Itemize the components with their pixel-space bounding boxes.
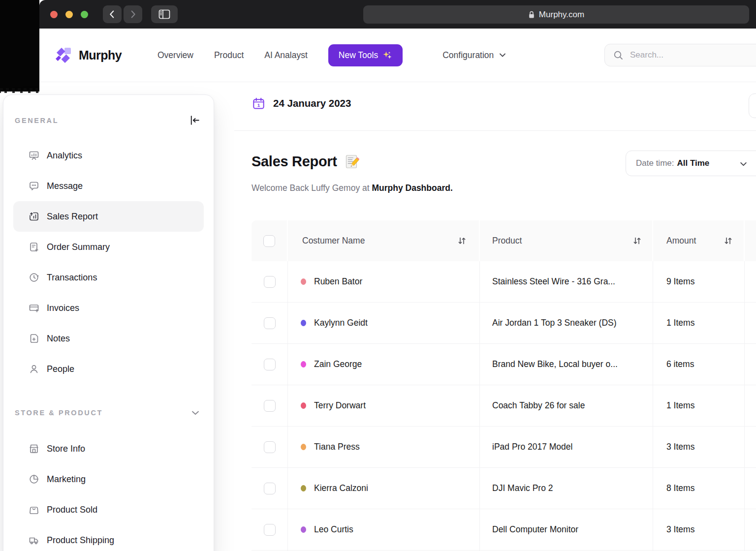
browser-back-button[interactable] [103,5,122,23]
column-header-amount[interactable]: Amount [653,220,745,261]
new-tools-button[interactable]: New Tools [328,44,403,66]
product-cell: Air Jordan 1 Top 3 Sneaker (DS) [480,303,653,343]
row-checkbox[interactable] [264,524,276,536]
sidebar-item-people[interactable]: People [13,354,204,384]
table-row[interactable]: Terry Dorwart Coach Tabby 26 for sale 1 … [252,385,756,427]
sidebar-item-invoices[interactable]: Invoices [13,293,204,323]
table-row[interactable]: Ruben Bator Stainless Steel Wire - 316 G… [252,261,756,303]
app-sidebar: GENERAL Analytics Message [3,94,214,551]
search-box[interactable] [604,44,756,66]
chevron-down-icon [498,51,507,60]
customer-cell: Tiana Press [288,427,480,467]
configuration-menu[interactable]: Configuration [442,50,507,61]
notes-icon [28,333,40,344]
clipped-action-button[interactable] [749,93,756,118]
amount-value: 3 Items [666,524,694,535]
close-window-button[interactable] [50,11,58,18]
customer-cell: Leo Curtis [288,509,480,550]
table-row[interactable]: Zain George Brand New Bike, Local buyer … [252,344,756,385]
nav-product[interactable]: Product [214,50,244,61]
row-checkbox[interactable] [264,359,276,370]
message-icon [28,180,40,192]
product-name: iPad Pro 2017 Model [492,442,572,452]
minimize-window-button[interactable] [65,11,73,18]
row-checkbox[interactable] [264,441,276,453]
memo-icon [344,154,359,169]
customer-color-dot [301,485,306,491]
browser-address-bar[interactable]: Murphy.com [363,5,749,24]
current-date: 24 January 2023 [273,97,351,109]
column-header-product[interactable]: Product [480,220,653,261]
sales-table: Costumer Name Product Amount R [252,220,756,551]
svg-text:1: 1 [257,102,260,108]
search-icon [613,50,624,61]
column-label: Product [492,236,522,246]
sort-icon[interactable] [723,236,733,246]
select-all-checkbox[interactable] [263,235,275,247]
row-checkbox[interactable] [264,483,276,494]
sidebar-item-analytics[interactable]: Analytics [13,140,204,171]
brand-logo[interactable]: Murphy [54,29,122,82]
customer-name: Tiana Press [314,442,360,452]
amount-value: 9 Items [666,276,694,287]
browser-sidebar-toggle-button[interactable] [151,5,178,23]
row-checkbox[interactable] [264,400,276,412]
column-header-customer-name[interactable]: Costumer Name [288,220,480,261]
zoom-window-button[interactable] [81,11,88,18]
customer-color-dot [301,361,306,367]
sidebar-item-label: Message [47,181,83,191]
chevron-down-icon[interactable] [189,407,201,419]
search-input[interactable] [629,50,739,61]
sidebar-item-order-summary[interactable]: Order Summary [13,232,204,262]
sidebar-item-transactions[interactable]: Transactions [13,262,204,293]
row-checkbox[interactable] [264,317,276,329]
sidebar-item-product-shipping[interactable]: Product Shipping [13,525,204,551]
nav-overview[interactable]: Overview [158,50,193,61]
sidebar-item-store-info[interactable]: Store Info [13,433,204,464]
sidebar-item-notes[interactable]: Notes [13,323,204,354]
page-title: Sales Report [252,153,337,170]
top-nav: Overview Product AI Analayst New Tools C… [158,29,507,82]
page-title-row: Sales Report [252,153,359,170]
collapse-sidebar-icon[interactable] [188,114,201,127]
main-content: 1 24 January 2023 Sales Report [234,82,756,551]
sidebar-toggle-icon [158,9,170,19]
date-row: 1 24 January 2023 [252,92,351,114]
amount-cell: 1 Items [653,385,745,426]
extra-cell [745,385,756,426]
sort-icon[interactable] [632,236,642,246]
product-name: Stainless Steel Wire - 316 Gra... [492,276,615,287]
customer-cell: Kierra Calzoni [288,468,480,509]
nav-ai-analayst[interactable]: AI Analayst [264,50,308,61]
sidebar-item-message[interactable]: Message [13,171,204,201]
column-label: Costumer Name [302,236,365,246]
browser-forward-button[interactable] [124,5,142,23]
screen: Murphy.com Murphy Overview Product AI An… [0,0,756,551]
invoices-icon [28,302,40,314]
sales-report-icon [28,211,40,222]
sort-icon[interactable] [457,236,467,246]
url-text: Murphy.com [539,10,584,20]
table-row[interactable]: Kaylynn Geidt Air Jordan 1 Top 3 Sneaker… [252,303,756,344]
lock-icon [528,11,535,19]
extra-cell [745,303,756,343]
sidebar-item-sales-report[interactable]: Sales Report [13,201,204,232]
store-icon [28,443,40,455]
table-row[interactable]: Leo Curtis Dell Computer Monitor 3 Items [252,509,756,551]
column-label: Amount [666,236,696,246]
sidebar-item-label: Order Summary [47,242,110,252]
product-name: Dell Computer Monitor [492,524,578,535]
row-checkbox[interactable] [264,276,276,288]
amount-cell: 3 Items [653,427,745,467]
date-filter-dropdown[interactable]: Date time: All Time [626,151,756,176]
sidebar-item-marketing[interactable]: Marketing [13,464,204,494]
sidebar-item-product-sold[interactable]: Product Sold [13,494,204,525]
customer-name: Kaylynn Geidt [314,318,368,328]
customer-cell: Kaylynn Geidt [288,303,480,343]
table-row[interactable]: Tiana Press iPad Pro 2017 Model 3 Items [252,427,756,468]
customer-color-dot [301,320,306,326]
customer-color-dot [301,402,306,409]
chevron-down-icon [739,159,748,169]
table-row[interactable]: Kierra Calzoni DJI Mavic Pro 2 8 Items [252,468,756,509]
filter-value: All Time [677,158,709,168]
